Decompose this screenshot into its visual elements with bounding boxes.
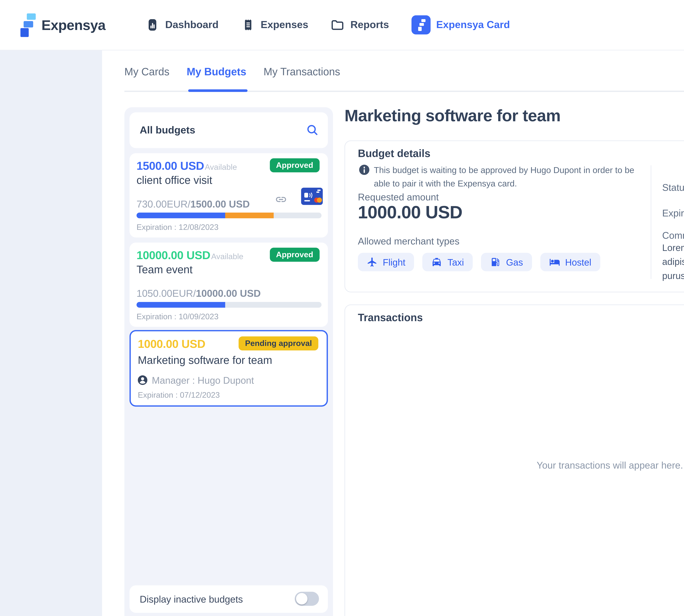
tab-my-transactions[interactable]: My Transactions <box>264 66 340 78</box>
transactions-heading: Transactions <box>358 312 423 324</box>
top-navbar: Expensya Dashboard <box>0 0 684 50</box>
budget-details-heading: Budget details <box>358 148 430 160</box>
budget-progress-bar <box>137 302 321 308</box>
link-icon <box>275 193 287 205</box>
budget-card-marketing-software-selected[interactable]: 1000.00 USD Pending approval Marketing s… <box>130 330 328 407</box>
budget-details-card: Budget details This budget is waiting to… <box>344 140 684 292</box>
budget-availability: Available <box>205 163 237 172</box>
nav-item-label: Reports <box>350 19 389 31</box>
merchant-chip-label: Taxi <box>448 257 464 267</box>
info-icon <box>359 165 369 175</box>
dashboard-icon <box>145 18 160 32</box>
budget-amount: 1000.00 USD <box>138 338 205 351</box>
merchant-chip-hostel: Hostel <box>540 253 600 271</box>
merchant-chip-taxi: Taxi <box>423 253 473 271</box>
budget-manager: Manager : Hugo Dupont <box>138 375 254 386</box>
plane-icon <box>367 257 378 267</box>
budget-card-team-event[interactable]: 10000.00 USD Available Approved Team eve… <box>130 243 328 327</box>
tab-my-cards[interactable]: My Cards <box>124 66 169 78</box>
merchant-chips: Flight Taxi Gas <box>358 253 600 271</box>
budget-manager-label: Manager : Hugo Dupont <box>152 375 254 386</box>
nav-item-reports[interactable]: Reports <box>330 18 389 32</box>
taxi-icon <box>432 257 442 267</box>
paired-card-icon <box>301 188 323 205</box>
merchant-types-label: Allowed merchant types <box>358 236 459 246</box>
status-label: Status <box>662 182 684 193</box>
budget-name: Team event <box>137 264 192 277</box>
nav-item-expensya-card[interactable]: Expensya Card <box>411 15 510 35</box>
brand-name: Expensya <box>42 17 106 34</box>
merchant-chip-label: Hostel <box>565 257 591 267</box>
merchant-chip-label: Gas <box>506 257 523 267</box>
folder-icon <box>330 18 345 32</box>
receipt-icon <box>241 18 255 32</box>
budget-expiration: Expiration : 07/12/2023 <box>138 391 220 400</box>
budget-card-client-office-visit[interactable]: 1500.00 USD Available Approved client of… <box>130 153 328 238</box>
budget-name: client office visit <box>137 174 212 187</box>
details-divider <box>651 166 651 279</box>
transactions-empty-message: Your transactions will appear here. <box>345 460 684 470</box>
nav-item-expenses[interactable]: Expenses <box>241 18 309 32</box>
status-badge: Approved <box>270 158 320 172</box>
budget-availability: Available <box>211 252 244 261</box>
budget-expiration: Expiration : 12/08/2023 <box>137 223 219 232</box>
display-inactive-row: Display inactive budgets <box>130 585 328 613</box>
nav-item-label: Dashboard <box>165 19 219 31</box>
gas-pump-icon <box>490 257 501 267</box>
expensya-card-icon <box>411 15 431 35</box>
comment-label: Comment <box>662 230 684 241</box>
search-icon[interactable] <box>306 124 319 137</box>
transactions-card: Transactions Your transactions will appe… <box>344 304 684 616</box>
progress-pending <box>225 213 273 218</box>
budget-name: Marketing software for team <box>138 354 272 367</box>
merchant-chip-label: Flight <box>383 257 405 267</box>
requested-amount-label: Requested amount <box>358 192 439 202</box>
display-inactive-toggle[interactable] <box>295 592 319 606</box>
bed-icon <box>549 257 560 267</box>
expensya-logo-icon <box>20 14 37 37</box>
brand[interactable]: Expensya <box>20 14 106 37</box>
budget-list-sidebar: All budgets 1500.00 USD Available Approv… <box>124 107 333 616</box>
budget-amount: 1500.00 USD <box>137 160 204 173</box>
budget-spent-total: 730.00EUR/1500.00 USD <box>137 198 250 210</box>
nav-item-dashboard[interactable]: Dashboard <box>145 18 219 32</box>
requested-amount-value: 1000.00 USD <box>358 202 462 223</box>
tab-my-budgets[interactable]: My Budgets <box>187 66 246 78</box>
person-icon <box>138 375 147 385</box>
nav-item-label: Expensya Card <box>436 19 510 31</box>
merchant-chip-flight: Flight <box>358 253 414 271</box>
expensya-app: Expensya Dashboard <box>0 0 684 616</box>
budget-list-title: All budgets <box>140 125 195 136</box>
merchant-chip-gas: Gas <box>481 253 532 271</box>
progress-spent <box>137 302 225 308</box>
tabs: My Cards My Budgets My Transactions <box>124 66 340 78</box>
progress-spent <box>137 213 225 218</box>
nav-item-label: Expenses <box>260 19 308 31</box>
active-tab-underline <box>188 89 248 92</box>
status-badge: Pending approval <box>239 336 318 351</box>
comment-text: Lorem ipsum dolor sit amet, consectetur … <box>662 241 684 283</box>
expiration-date-label: Expiration date <box>662 207 684 218</box>
display-inactive-label: Display inactive budgets <box>140 594 243 604</box>
budget-amount: 10000.00 USD <box>137 249 210 262</box>
budget-progress-bar <box>137 213 321 218</box>
toggle-knob <box>296 593 307 604</box>
page-title: Marketing software for team <box>344 106 561 126</box>
nav-items: Dashboard Expenses <box>145 0 510 50</box>
status-badge: Approved <box>270 248 320 262</box>
budget-list-header: All budgets <box>130 112 328 148</box>
budget-expiration: Expiration : 10/09/2023 <box>137 312 219 321</box>
budget-spent-total: 1050.00EUR/10000.00 USD <box>137 288 261 300</box>
info-text: This budget is waiting to be approved by… <box>374 164 638 191</box>
